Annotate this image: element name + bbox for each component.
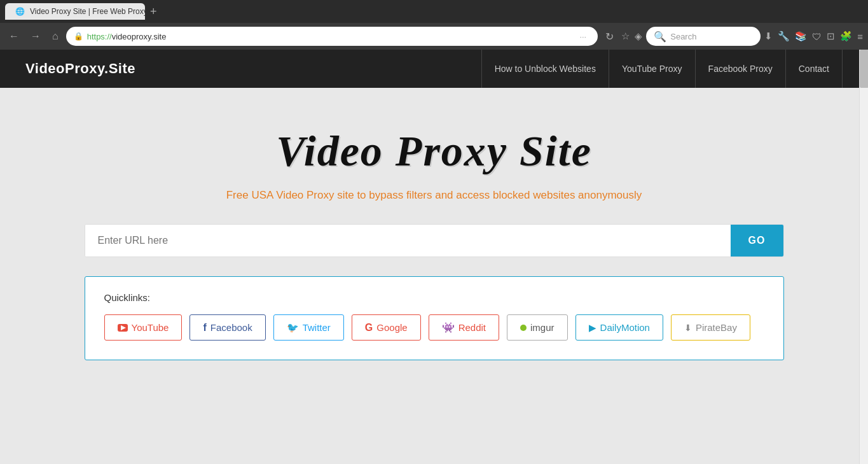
quicklink-google[interactable]: G Google (352, 314, 421, 341)
browser-action-icons: ⬇ 🔧 📚 🛡 ⊡ 🧩 ≡ (764, 31, 863, 42)
active-tab[interactable]: 🌐 Video Proxy Site | Free Web Proxy t...… (5, 3, 145, 20)
site-title: Video Proxy Site (276, 126, 592, 176)
quicklinks-title: Quicklinks: (104, 292, 764, 303)
site-subtitle: Free USA Video Proxy site to bypass filt… (226, 189, 642, 202)
google-icon: G (365, 322, 373, 334)
youtube-icon (118, 324, 128, 332)
url-form: GO (85, 224, 784, 257)
toolbar-icons: ☆ ◈ (621, 31, 642, 42)
fullscreen-icon[interactable]: ⊡ (827, 31, 835, 42)
reddit-icon: 👾 (442, 321, 455, 334)
shield-icon[interactable]: 🛡 (812, 31, 822, 42)
protocol-text: https:// (87, 32, 112, 41)
quicklink-reddit-label: Reddit (458, 322, 486, 333)
back-button[interactable]: ← (5, 28, 23, 45)
browser-tabs: 🌐 Video Proxy Site | Free Web Proxy t...… (0, 0, 868, 23)
refresh-button[interactable]: ↻ (602, 28, 617, 45)
nav-link-unblock[interactable]: How to Unblock Websites (481, 50, 609, 88)
forward-button[interactable]: → (27, 28, 45, 45)
new-tab-button[interactable]: + (150, 5, 157, 18)
browser-chrome: 🌐 Video Proxy Site | Free Web Proxy t...… (0, 0, 868, 50)
quicklinks-buttons: YouTube f Facebook 🐦 Twitter G Google 👾 … (104, 314, 764, 341)
search-icon: 🔍 (654, 31, 666, 43)
quicklinks-box: Quicklinks: YouTube f Facebook 🐦 Twitter… (85, 276, 784, 360)
domain-text: videoproxy.site (112, 32, 167, 41)
address-text: https://videoproxy.site (87, 32, 572, 41)
home-button[interactable]: ⌂ (48, 28, 62, 45)
tools-icon[interactable]: 🔧 (778, 31, 790, 42)
quicklink-twitter-label: Twitter (303, 322, 331, 333)
facebook-icon: f (203, 322, 206, 334)
go-button[interactable]: GO (731, 225, 783, 257)
search-placeholder-text: Search (670, 32, 696, 41)
quicklink-piratebay-label: PirateBay (696, 322, 737, 333)
quicklink-dailymotion-label: DailyMotion (600, 322, 650, 333)
site-nav-links: How to Unblock Websites YouTube Proxy Fa… (481, 50, 843, 88)
quicklink-facebook[interactable]: f Facebook (189, 314, 265, 341)
quicklink-piratebay[interactable]: ⬇ PirateBay (671, 314, 750, 341)
tab-favicon: 🌐 (15, 7, 25, 16)
twitter-icon: 🐦 (287, 322, 299, 334)
site-navbar: VideoProxy.Site How to Unblock Websites … (0, 50, 868, 88)
ssl-lock-icon: 🔒 (74, 32, 83, 41)
more-options-button[interactable]: ··· (575, 29, 590, 44)
tab-title: Video Proxy Site | Free Web Proxy t... (30, 7, 145, 16)
bookmark-icon[interactable]: ☆ (621, 31, 630, 42)
nav-link-contact[interactable]: Contact (786, 50, 843, 88)
extensions-icon[interactable]: 🧩 (840, 31, 852, 42)
scrollbar-track[interactable] (859, 50, 868, 457)
quicklink-imgur-label: imgur (530, 322, 555, 333)
quicklink-imgur[interactable]: imgur (507, 314, 568, 341)
scrollbar-thumb[interactable] (860, 50, 868, 88)
library-icon[interactable]: 📚 (795, 31, 807, 42)
quicklink-dailymotion[interactable]: ▶ DailyMotion (575, 314, 663, 341)
quicklink-reddit[interactable]: 👾 Reddit (429, 314, 499, 341)
menu-icon[interactable]: ≡ (857, 31, 863, 42)
main-content: Video Proxy Site Free USA Video Proxy si… (0, 88, 868, 457)
quicklink-facebook-label: Facebook (210, 322, 252, 333)
quicklink-youtube-label: YouTube (132, 322, 169, 333)
url-input[interactable] (85, 225, 731, 257)
quicklink-twitter[interactable]: 🐦 Twitter (273, 314, 344, 341)
browser-toolbar: ← → ⌂ 🔒 https://videoproxy.site ··· ↻ ☆ … (0, 23, 868, 50)
dailymotion-icon: ▶ (589, 322, 596, 334)
quicklink-youtube[interactable]: YouTube (104, 314, 183, 341)
nav-link-facebook-proxy[interactable]: Facebook Proxy (696, 50, 786, 88)
pocket-icon[interactable]: ◈ (635, 31, 642, 42)
nav-link-youtube-proxy[interactable]: YouTube Proxy (609, 50, 696, 88)
browser-search-bar[interactable]: 🔍 Search (646, 27, 761, 46)
piratebay-icon: ⬇ (684, 323, 692, 333)
address-bar[interactable]: 🔒 https://videoproxy.site ··· (66, 27, 598, 46)
imgur-icon (520, 325, 527, 331)
download-icon[interactable]: ⬇ (764, 31, 773, 42)
quicklink-google-label: Google (376, 322, 407, 333)
site-logo[interactable]: VideoProxy.Site (25, 60, 135, 77)
